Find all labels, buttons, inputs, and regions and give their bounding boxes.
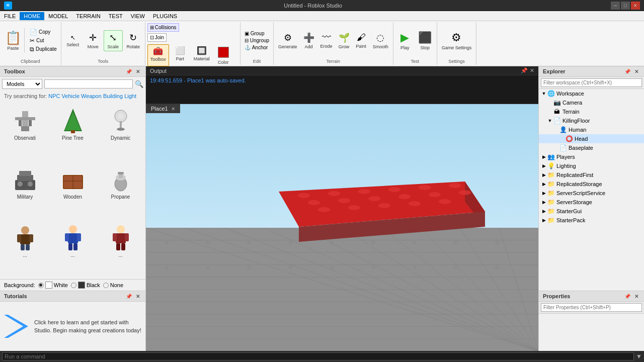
- tree-item-terrain[interactable]: 🏔 Terrain: [539, 107, 644, 116]
- list-item[interactable]: Dynamic: [98, 103, 143, 160]
- part-button[interactable]: ⬜ Part: [172, 44, 188, 66]
- tree-item-baseplate[interactable]: 📄 Baseplate: [539, 143, 644, 152]
- generate-button[interactable]: ⚙ Generate: [276, 31, 300, 51]
- black-color-box: [78, 282, 85, 289]
- list-item[interactable]: Wooden: [50, 162, 96, 219]
- tree-item-players[interactable]: ▶ 👥 Players: [539, 152, 644, 161]
- grow-button[interactable]: 🌱 Grow: [336, 31, 352, 51]
- output-pin-icon[interactable]: 📌: [521, 67, 528, 74]
- list-item[interactable]: Pine Tree: [50, 103, 96, 160]
- toolbox-close-icon[interactable]: ✕: [134, 68, 141, 75]
- menu-plugins[interactable]: PLUGINS: [149, 12, 181, 20]
- minimize-button[interactable]: ─: [611, 2, 620, 10]
- list-item[interactable]: Military: [2, 162, 48, 219]
- properties-close-icon[interactable]: ✕: [633, 293, 640, 300]
- list-item[interactable]: ...: [98, 220, 143, 277]
- menu-model[interactable]: MODEL: [44, 12, 72, 20]
- suggest-building[interactable]: Building: [103, 93, 123, 99]
- tree-item-startergui[interactable]: ▶ 📁 StarterGui: [539, 207, 644, 216]
- tab-close-icon[interactable]: ✕: [171, 106, 175, 112]
- stop-button[interactable]: ⬛ Stop: [416, 30, 435, 52]
- erode-button[interactable]: 〰 Erode: [318, 31, 335, 50]
- select-button[interactable]: ↖ Select: [63, 33, 83, 49]
- svg-point-16: [28, 182, 33, 187]
- suggest-npc[interactable]: NPC: [48, 93, 60, 99]
- tree-item-head[interactable]: ⭕ Head: [539, 134, 644, 143]
- suggest-light[interactable]: Light: [124, 93, 136, 99]
- tree-item-lighting[interactable]: ▶ 💡 Lighting: [539, 161, 644, 170]
- list-item[interactable]: Observati: [2, 103, 48, 160]
- tutorials-close-icon[interactable]: ✕: [134, 293, 141, 300]
- place-tab-label[interactable]: Place1: [151, 106, 168, 112]
- search-icon[interactable]: 🔍: [135, 80, 143, 88]
- color-button[interactable]: Color: [215, 44, 231, 66]
- ungroup-button[interactable]: ⊟ Ungroup: [243, 37, 271, 44]
- tutorial-content[interactable]: Click here to learn and get started with…: [0, 302, 145, 351]
- output-title: Output: [150, 68, 167, 74]
- test-label: Test: [411, 59, 419, 64]
- play-button[interactable]: ▶ Play: [395, 30, 415, 52]
- smooth-button[interactable]: ◌ Smooth: [370, 31, 391, 51]
- white-color-box: [45, 282, 52, 289]
- tutorials-pin-icon[interactable]: 📌: [125, 293, 132, 300]
- paint-terrain-button[interactable]: 🖌 Paint: [353, 31, 369, 50]
- add-terrain-button[interactable]: ➕ Add: [301, 31, 317, 51]
- scale-button[interactable]: ⤡ Scale: [104, 30, 123, 51]
- category-dropdown[interactable]: Models Decals Audio: [2, 79, 42, 89]
- list-item[interactable]: Propane: [98, 162, 143, 219]
- material-button[interactable]: 🔲 Material: [191, 44, 212, 66]
- anchor-button[interactable]: ⚓ Anchor: [243, 44, 271, 51]
- cut-button[interactable]: ✂ Cut: [28, 37, 59, 45]
- bg-black-option[interactable]: Black: [71, 282, 100, 289]
- menu-view[interactable]: VIEW: [127, 12, 149, 20]
- tree-item-starterpack[interactable]: ▶ 📁 StarterPack: [539, 216, 644, 225]
- tree-item-serverstorage[interactable]: ▶ 📁 ServerStorage: [539, 198, 644, 207]
- menu-terrain[interactable]: TERRAIN: [72, 12, 104, 20]
- menu-test[interactable]: TEST: [105, 12, 127, 20]
- maximize-button[interactable]: □: [621, 2, 630, 10]
- suggest-weapon[interactable]: Weapon: [81, 93, 102, 99]
- terrain-icon: 🏔: [553, 108, 561, 116]
- toolbox-pin-icon[interactable]: 📌: [125, 68, 132, 75]
- starter-pack-icon: 📁: [547, 216, 555, 224]
- close-button[interactable]: ✕: [631, 2, 640, 10]
- list-item[interactable]: ...: [2, 220, 48, 277]
- group-button[interactable]: ▣ Group: [243, 30, 271, 37]
- tree-item-workspace[interactable]: ▼ 🌐 Workspace: [539, 89, 644, 98]
- command-input[interactable]: [2, 352, 634, 360]
- copy-button[interactable]: 📄 Copy: [28, 28, 59, 36]
- explorer-pin-icon[interactable]: 📌: [624, 68, 631, 75]
- menu-file[interactable]: FILE: [0, 12, 20, 20]
- duplicate-button[interactable]: ⧉ Duplicate: [28, 45, 59, 53]
- viewport[interactable]: Place1 ✕: [146, 104, 538, 351]
- join-button[interactable]: ⊡ Join: [147, 33, 167, 42]
- tree-item-camera[interactable]: 📷 Camera: [539, 98, 644, 107]
- list-item[interactable]: ...: [50, 220, 96, 277]
- paste-button[interactable]: 📋 Paste: [2, 28, 25, 53]
- move-button[interactable]: ✛ Move: [84, 31, 103, 51]
- svg-point-101: [439, 199, 451, 204]
- explorer-filter-input[interactable]: [541, 78, 642, 87]
- command-dropdown-icon[interactable]: ▼: [636, 353, 642, 360]
- toolbox-title: Toolbox: [4, 68, 25, 74]
- rotate-button[interactable]: ↻ Rotate: [124, 31, 143, 51]
- tree-item-human[interactable]: 👤 Human: [539, 125, 644, 134]
- tree-item-replicatedfirst[interactable]: ▶ 📁 ReplicatedFirst: [539, 170, 644, 179]
- tree-item-replicatedstorage[interactable]: ▶ 📁 ReplicatedStorage: [539, 179, 644, 189]
- collisions-button[interactable]: ⊞ Collisions: [147, 23, 179, 32]
- tree-item-serverscriptservice[interactable]: ▶ 📁 ServerScriptService: [539, 189, 644, 198]
- search-input[interactable]: [44, 79, 133, 88]
- expand-arrow: ▶: [541, 209, 547, 214]
- menu-home[interactable]: HOME: [20, 12, 44, 20]
- expand-arrow: ▶: [541, 200, 547, 205]
- explorer-close-icon[interactable]: ✕: [633, 68, 640, 75]
- bg-none-option[interactable]: None: [103, 282, 123, 288]
- bg-white-option[interactable]: White: [38, 282, 68, 289]
- properties-pin-icon[interactable]: 📌: [624, 293, 631, 300]
- output-close-icon[interactable]: ✕: [530, 67, 534, 74]
- tree-item-killingfloor[interactable]: ▼ 📄 KillingFloor: [539, 116, 644, 125]
- suggest-vehicle[interactable]: Vehicle: [62, 93, 79, 99]
- game-settings-button[interactable]: ⚙ Game Settings: [439, 30, 474, 52]
- properties-filter-input[interactable]: [541, 303, 642, 312]
- toolbox-button[interactable]: 🧰 Toolbox: [147, 44, 169, 66]
